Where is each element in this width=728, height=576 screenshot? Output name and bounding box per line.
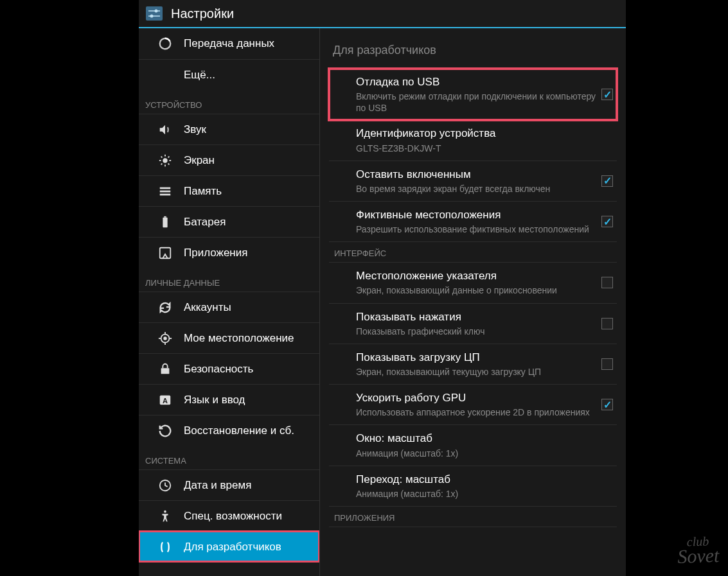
sidebar-category-personal: ЛИЧНЫЕ ДАННЫЕ [139, 268, 319, 292]
sidebar-item-backup[interactable]: Восстановление и сб. [139, 415, 319, 446]
row-subtitle: Экран, показывающий данные о прикосновен… [356, 284, 596, 296]
svg-rect-17 [160, 193, 171, 195]
battery-icon [157, 214, 173, 231]
row-title: Окно: масштаб [356, 432, 608, 446]
sidebar-item-label: Мое местоположение [184, 332, 294, 345]
row-subtitle: Анимация (масштаб: 1x) [356, 448, 608, 459]
row-transition-scale[interactable]: Переход: масштаб Анимация (масштаб: 1x) [329, 466, 617, 507]
sync-icon [157, 299, 173, 316]
data-usage-icon [157, 35, 173, 52]
svg-rect-18 [163, 217, 167, 227]
row-title: Идентификатор устройства [356, 127, 608, 141]
checkbox[interactable] [601, 89, 613, 100]
sidebar-item-label: Звук [184, 123, 206, 136]
row-title: Показывать загрузку ЦП [356, 351, 596, 365]
svg-line-11 [161, 156, 163, 157]
row-window-scale[interactable]: Окно: масштаб Анимация (масштаб: 1x) [329, 425, 617, 466]
clock-icon [157, 477, 173, 494]
checkbox[interactable] [601, 277, 613, 288]
row-subtitle: Анимация (масштаб: 1x) [356, 488, 608, 500]
header: Настройки [139, 0, 626, 28]
svg-text:A: A [163, 396, 168, 404]
sidebar-item-label: Аккаунты [184, 301, 231, 314]
checkbox[interactable] [601, 399, 613, 410]
sidebar-item-label: Безопасность [184, 363, 253, 376]
sidebar-item-storage[interactable]: Память [139, 175, 319, 206]
sidebar-item-accounts[interactable]: Аккаунты [139, 292, 319, 322]
row-subtitle: Экран, показывающий текущую загрузку ЦП [356, 366, 596, 378]
row-show-cpu[interactable]: Показывать загрузку ЦП Экран, показывающ… [329, 344, 617, 385]
checkbox[interactable] [601, 358, 613, 370]
row-title: Переход: масштаб [356, 473, 608, 487]
sidebar-item-apps[interactable]: Приложения [139, 237, 319, 268]
row-title: Фиктивные местоположения [356, 208, 596, 222]
accessibility-icon [157, 508, 173, 525]
sidebar-item-battery[interactable]: Батарея [139, 206, 319, 237]
sidebar-item-language[interactable]: A Язык и ввод [139, 384, 319, 415]
row-device-id[interactable]: Идентификатор устройства GLTS-EZ3B-DKJW-… [329, 120, 617, 161]
row-show-touches[interactable]: Показывать нажатия Показывать графически… [329, 304, 617, 344]
row-subtitle: Использовать аппаратное ускорение 2D в п… [356, 406, 596, 418]
checkbox[interactable] [601, 216, 613, 227]
apps-icon [157, 245, 173, 261]
lock-icon [157, 361, 173, 378]
svg-point-6 [163, 158, 167, 162]
sidebar-item-sound[interactable]: Звук [139, 114, 319, 144]
settings-icon [144, 3, 164, 24]
location-icon [157, 330, 173, 347]
row-usb-debugging[interactable]: Отладка по USB Включить режим отладки пр… [329, 69, 617, 120]
svg-rect-16 [160, 190, 171, 192]
checkbox[interactable] [601, 175, 613, 187]
language-icon: A [157, 392, 173, 408]
sidebar-item-location[interactable]: Мое местоположение [139, 322, 319, 353]
sidebar-category-system: СИСТЕМА [139, 446, 319, 469]
section-interface: ИНТЕРФЕЙС [329, 242, 617, 263]
svg-point-22 [164, 337, 166, 340]
row-title: Показывать нажатия [356, 310, 596, 324]
backup-icon [157, 423, 173, 439]
checkbox[interactable] [601, 318, 613, 329]
row-mock-locations[interactable]: Фиктивные местоположения Разрешить испол… [329, 202, 617, 242]
sidebar-item-label: Восстановление и сб. [184, 424, 294, 437]
sidebar-item-label: Язык и ввод [184, 394, 245, 406]
svg-rect-0 [146, 6, 163, 21]
sidebar-item-developer[interactable]: Для разработчиков [139, 531, 319, 562]
section-apps: ПРИЛОЖЕНИЯ [329, 507, 617, 527]
row-force-gpu[interactable]: Ускорить работу GPU Использовать аппарат… [329, 385, 617, 425]
sidebar-item-label: Экран [184, 154, 215, 167]
sidebar-item-label: Для разработчиков [184, 541, 281, 554]
svg-rect-27 [161, 368, 170, 374]
sidebar-item-accessibility[interactable]: Спец. возможности [139, 500, 319, 531]
content: Передача данных Ещё... УСТРОЙСТВО Звук Э… [139, 28, 626, 576]
row-pointer-location[interactable]: Местоположение указателя Экран, показыва… [329, 263, 617, 303]
row-title: Оставить включенным [356, 168, 596, 182]
row-subtitle: Включить режим отладки при подключении к… [356, 91, 596, 114]
row-title: Ускорить работу GPU [356, 391, 596, 405]
sidebar-item-data-usage[interactable]: Передача данных [139, 28, 319, 59]
main-panel: Для разработчиков Отладка по USB Включит… [320, 28, 626, 576]
sidebar-item-label: Ещё... [184, 69, 215, 82]
sidebar-item-display[interactable]: Экран [139, 144, 319, 175]
row-subtitle: Разрешить использование фиктивных местоп… [356, 223, 596, 235]
row-title: Местоположение указателя [356, 269, 596, 283]
row-stay-awake[interactable]: Оставить включенным Во время зарядки экр… [329, 161, 617, 202]
sidebar-item-label: Спец. возможности [184, 510, 282, 523]
sidebar: Передача данных Ещё... УСТРОЙСТВО Звук Э… [139, 28, 320, 576]
sidebar-item-security[interactable]: Безопасность [139, 353, 319, 384]
sidebar-item-label: Батарея [184, 216, 226, 229]
row-title: Отладка по USB [356, 75, 596, 89]
developer-icon [157, 539, 173, 555]
row-subtitle: GLTS-EZ3B-DKJW-T [356, 143, 608, 154]
storage-icon [157, 183, 173, 200]
sidebar-item-datetime[interactable]: Дата и время [139, 469, 319, 500]
sidebar-item-label: Память [184, 185, 222, 198]
svg-line-13 [161, 163, 163, 164]
speaker-icon [157, 121, 173, 138]
svg-point-3 [155, 10, 158, 13]
watermark: club Sovet [677, 535, 719, 565]
svg-point-4 [150, 15, 154, 18]
watermark-line2: Sovet [677, 546, 720, 565]
svg-rect-19 [164, 216, 166, 217]
sidebar-item-more[interactable]: Ещё... [139, 59, 319, 90]
settings-window: Настройки Передача данных Ещё... УСТРОЙС… [139, 0, 626, 576]
